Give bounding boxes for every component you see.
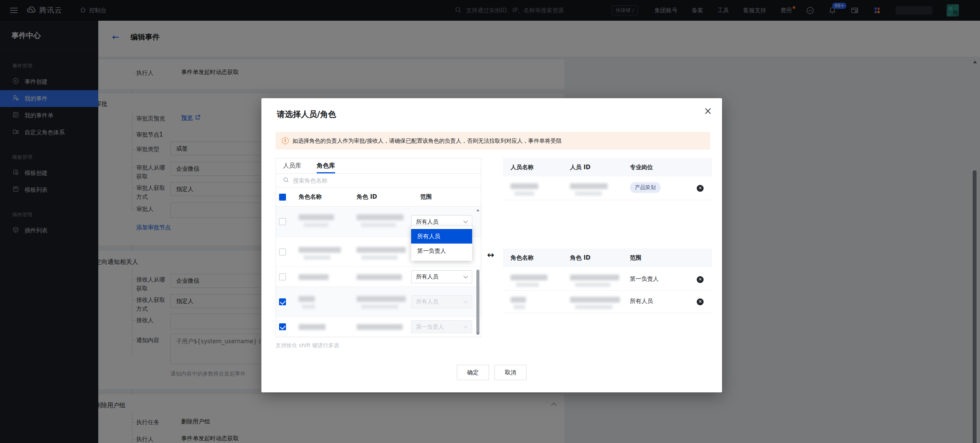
role-search-input[interactable] [293, 177, 474, 184]
role-library-panel: 人员库 角色库 角色名称 角色 ID 范围 所有人员 [276, 158, 481, 337]
redacted-role-id [361, 305, 398, 309]
selected-role-row: 第一负责人 ✕ [503, 268, 712, 291]
cancel-button[interactable]: 取消 [494, 365, 527, 380]
redacted-person-id [575, 191, 602, 196]
redacted-role-id [357, 247, 406, 253]
redacted-person-name [514, 191, 534, 196]
warning-alert: ! 如选择角色的负责人作为审批/接收人，请确保已配置该角色的负责人，否则无法拉取… [276, 132, 710, 150]
redacted-role-id [361, 223, 396, 227]
tab-role-library[interactable]: 角色库 [317, 158, 335, 173]
tab-person-library[interactable]: 人员库 [283, 158, 301, 173]
redacted-role-name [299, 247, 341, 253]
person-table-header: 人员名称 人员 ID 专业岗位 [503, 158, 712, 176]
table-scrollbar [476, 208, 480, 335]
role-row[interactable]: 所有人员 [276, 267, 481, 287]
warning-alert-text: 如选择角色的负责人作为审批/接收人，请确保已配置该角色的负责人，否则无法拉取到对… [293, 137, 562, 145]
select-value: 所有人员 [416, 273, 438, 280]
panel-resize-handle[interactable]: ↔ [487, 250, 494, 260]
redacted-person-name [511, 183, 538, 189]
table-scroll-down-arrow[interactable] [476, 332, 479, 334]
confirm-button[interactable]: 确定 [457, 365, 489, 380]
selected-panel: 人员名称 人员 ID 专业岗位 产品策划 ✕ 角色名称 角色 ID 范围 第一负… [503, 158, 712, 337]
scope-dropdown-menu: 所有人员 第一负责人 [411, 226, 472, 261]
redacted-role-name [511, 297, 526, 303]
scope-select-disabled: 第一负责人 [411, 320, 472, 333]
column-role-id: 角色 ID [357, 193, 377, 201]
warning-icon: ! [282, 137, 289, 144]
row-checkbox[interactable] [279, 323, 286, 330]
redacted-role-id [570, 297, 620, 303]
remove-role-icon[interactable]: ✕ [697, 276, 704, 283]
modal-title: 请选择人员/角色 [277, 109, 336, 120]
selected-role-table-header: 角色名称 角色 ID 范围 [503, 249, 712, 267]
select-person-role-modal: 请选择人员/角色 × ! 如选择角色的负责人作为审批/接收人，请确保已配置该角色… [261, 98, 722, 392]
redacted-role-id [357, 324, 403, 330]
column-role-id: 角色 ID [570, 254, 590, 262]
redacted-role-id [575, 283, 610, 287]
redacted-role-name [516, 283, 539, 287]
redacted-role-id [357, 296, 406, 302]
table-scrollbar-thumb[interactable] [476, 270, 479, 335]
select-all-checkbox[interactable] [279, 194, 286, 201]
close-icon[interactable]: × [704, 106, 712, 116]
redacted-person-id [570, 183, 608, 189]
redacted-role-id [361, 255, 398, 260]
scope-select[interactable]: 所有人员 [411, 270, 472, 283]
role-scope: 所有人员 [630, 298, 653, 305]
redacted-role-id [570, 275, 619, 280]
table-scroll-up-arrow[interactable] [476, 209, 479, 211]
redacted-role-name [304, 223, 328, 227]
selected-role-row: 所有人员 ✕ [503, 291, 712, 313]
dropdown-option-first-owner[interactable]: 第一负责人 [411, 244, 472, 258]
redacted-role-id [357, 214, 403, 220]
redacted-role-name [299, 274, 329, 280]
position-badge: 产品策划 [630, 182, 661, 193]
row-checkbox[interactable] [279, 273, 286, 280]
column-role-name: 角色名称 [511, 254, 534, 262]
role-row[interactable]: 第一负责人 [276, 317, 481, 337]
row-checkbox[interactable] [279, 249, 286, 255]
role-table-header: 角色名称 角色 ID 范围 [276, 188, 481, 207]
column-scope: 范围 [420, 193, 432, 201]
row-checkbox[interactable] [279, 298, 286, 305]
row-checkbox[interactable] [279, 218, 286, 225]
select-value: 第一负责人 [416, 323, 444, 331]
role-scope: 第一负责人 [630, 275, 659, 283]
redacted-role-name [511, 275, 547, 280]
redacted-role-name [299, 296, 315, 302]
redacted-role-name [299, 324, 326, 330]
redacted-role-name [304, 255, 331, 260]
column-person-id: 人员 ID [570, 164, 590, 171]
dropdown-option-all[interactable]: 所有人员 [411, 229, 472, 244]
multi-select-hint: 支持按住 shift 键进行多选 [276, 342, 339, 349]
search-icon [283, 177, 289, 184]
role-row[interactable]: 所有人员 [276, 287, 481, 317]
scope-select-disabled: 所有人员 [411, 295, 472, 308]
selected-person-row: 产品策划 ✕ [503, 176, 712, 200]
redacted-role-id [357, 274, 402, 280]
redacted-role-name [514, 305, 525, 309]
select-value: 所有人员 [416, 218, 438, 226]
redacted-role-id [575, 305, 613, 309]
redacted-role-name [299, 214, 334, 220]
column-person-name: 人员名称 [511, 164, 534, 171]
column-role-name: 角色名称 [299, 193, 322, 201]
column-position: 专业岗位 [630, 164, 653, 171]
column-scope: 范围 [630, 254, 641, 262]
remove-person-icon[interactable]: ✕ [697, 185, 704, 192]
remove-role-icon[interactable]: ✕ [697, 298, 704, 305]
redacted-role-name [302, 305, 315, 309]
select-value: 所有人员 [416, 298, 438, 305]
